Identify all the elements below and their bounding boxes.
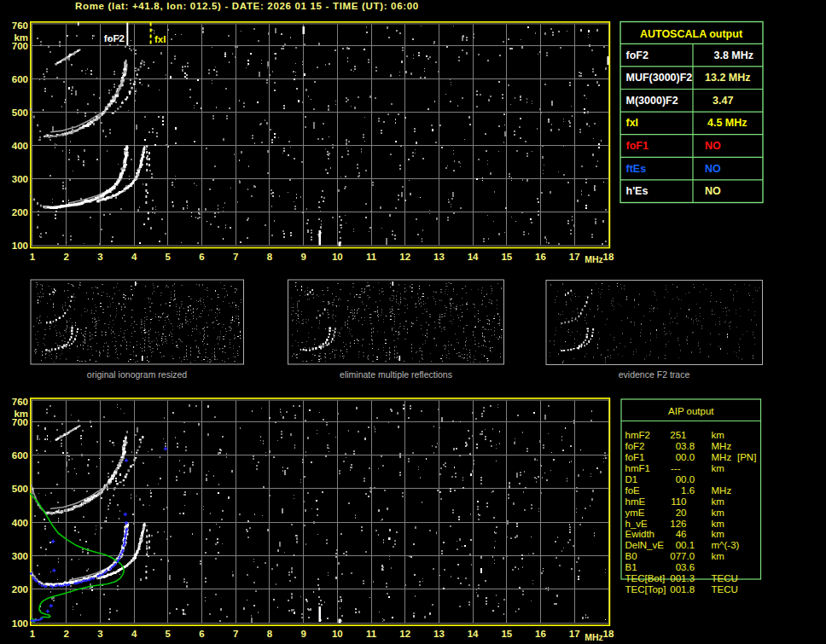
svg-text:400: 400	[12, 141, 28, 151]
svg-text:13: 13	[433, 252, 445, 262]
svg-text:ftEs: ftEs	[626, 163, 647, 175]
svg-text:evidence F2 trace: evidence F2 trace	[619, 369, 690, 380]
svg-text:km: km	[712, 496, 724, 507]
svg-text:km: km	[712, 430, 724, 440]
svg-text:3: 3	[97, 252, 102, 262]
svg-text:6: 6	[199, 629, 204, 639]
svg-text:.1: .1	[687, 540, 695, 550]
svg-text:hmF1: hmF1	[625, 463, 650, 473]
svg-text:TEC[Bot]: TEC[Bot]	[625, 573, 666, 583]
svg-text:18: 18	[603, 252, 614, 262]
svg-text:18: 18	[603, 629, 614, 639]
svg-text:700: 700	[12, 417, 28, 427]
svg-text:.0: .0	[687, 551, 695, 561]
svg-text:4: 4	[131, 629, 137, 639]
svg-text:13.2 MHz: 13.2 MHz	[705, 72, 751, 84]
svg-text:fxI: fxI	[154, 34, 166, 44]
svg-text:h_vE: h_vE	[625, 519, 649, 529]
svg-text:100: 100	[12, 241, 28, 251]
svg-text:12: 12	[399, 252, 410, 262]
svg-text:km: km	[712, 463, 724, 473]
svg-text:760: 760	[12, 20, 28, 31]
svg-text:km: km	[712, 551, 724, 561]
svg-text:3.47: 3.47	[713, 95, 733, 107]
svg-text:foF2: foF2	[626, 49, 649, 61]
svg-text:2: 2	[63, 252, 68, 262]
svg-text:9: 9	[300, 629, 305, 639]
svg-text:001: 001	[670, 573, 686, 583]
svg-text:126: 126	[670, 519, 686, 529]
svg-text:original ionogram resized: original ionogram resized	[87, 369, 187, 380]
svg-text:km: km	[712, 508, 724, 518]
svg-text:200: 200	[12, 584, 28, 595]
svg-text:AUTOSCALA output: AUTOSCALA output	[640, 28, 743, 40]
svg-text:D1: D1	[625, 474, 638, 484]
svg-text:fxI: fxI	[626, 117, 639, 129]
svg-text:foE: foE	[625, 485, 641, 496]
svg-text:MHz: MHz	[712, 441, 732, 451]
svg-text:B0: B0	[625, 551, 637, 561]
svg-text:16: 16	[535, 629, 546, 639]
svg-text:foF2: foF2	[625, 441, 645, 451]
svg-text:3: 3	[97, 629, 102, 639]
svg-text:NO: NO	[705, 163, 721, 175]
svg-text:4: 4	[131, 252, 137, 262]
svg-text:B1: B1	[625, 562, 637, 572]
svg-text:.8: .8	[687, 584, 695, 595]
svg-text:00: 00	[676, 452, 687, 462]
svg-text:eliminate multiple reflections: eliminate multiple reflections	[340, 369, 452, 380]
svg-text:1: 1	[30, 629, 36, 639]
svg-text:8: 8	[267, 252, 273, 262]
svg-text:MHz: MHz	[585, 254, 603, 264]
svg-text:14: 14	[468, 252, 479, 262]
svg-text:h'Es: h'Es	[626, 185, 649, 197]
svg-text:.3: .3	[687, 573, 695, 583]
svg-text:.0: .0	[687, 452, 695, 462]
svg-text:MHz: MHz	[712, 485, 732, 496]
svg-text:100: 100	[12, 618, 28, 629]
svg-text:16: 16	[535, 252, 546, 262]
svg-text:500: 500	[12, 107, 28, 118]
svg-text:001: 001	[670, 584, 686, 595]
svg-text:4.5 MHz: 4.5 MHz	[707, 117, 747, 129]
svg-text:km: km	[712, 529, 724, 539]
svg-text:15: 15	[501, 629, 512, 639]
svg-text:600: 600	[12, 450, 28, 461]
svg-text:[PN]: [PN]	[737, 452, 756, 462]
svg-text:5: 5	[166, 252, 172, 262]
svg-text:7: 7	[233, 252, 238, 262]
svg-text:15: 15	[501, 252, 512, 262]
svg-text:10: 10	[332, 629, 343, 639]
svg-text:14: 14	[468, 629, 479, 639]
svg-text:TECU: TECU	[712, 584, 738, 595]
svg-text:2: 2	[63, 629, 68, 639]
svg-text:46: 46	[676, 529, 687, 539]
svg-text:20: 20	[676, 508, 687, 518]
svg-text:300: 300	[12, 551, 28, 561]
svg-text:NO: NO	[705, 185, 721, 197]
svg-text:M(3000)F2: M(3000)F2	[626, 95, 678, 107]
svg-text:9: 9	[300, 252, 305, 262]
svg-text:NO: NO	[705, 140, 721, 152]
svg-text:MHz: MHz	[585, 632, 603, 642]
svg-text:200: 200	[12, 207, 28, 218]
svg-text:500: 500	[12, 484, 28, 494]
svg-text:12: 12	[399, 629, 410, 639]
svg-text:km: km	[712, 519, 724, 529]
svg-text:MUF(3000)F2: MUF(3000)F2	[626, 72, 693, 84]
svg-text:foF2: foF2	[104, 33, 125, 44]
svg-text:7: 7	[233, 629, 238, 639]
svg-text:600: 600	[12, 74, 28, 84]
svg-text:00: 00	[676, 540, 687, 550]
svg-text:Ewidth: Ewidth	[625, 529, 655, 539]
svg-text:.6: .6	[687, 485, 695, 496]
svg-text:400: 400	[12, 518, 28, 528]
svg-text:TEC[Top]: TEC[Top]	[625, 584, 666, 595]
svg-text:DelN_vE: DelN_vE	[625, 540, 665, 550]
svg-text:hmE: hmE	[625, 496, 646, 507]
svg-text:foF1: foF1	[626, 140, 649, 152]
svg-text:foF1: foF1	[625, 452, 645, 462]
svg-text:10: 10	[332, 252, 343, 262]
svg-text:m^(-3): m^(-3)	[712, 540, 740, 550]
svg-text:03: 03	[676, 562, 687, 572]
